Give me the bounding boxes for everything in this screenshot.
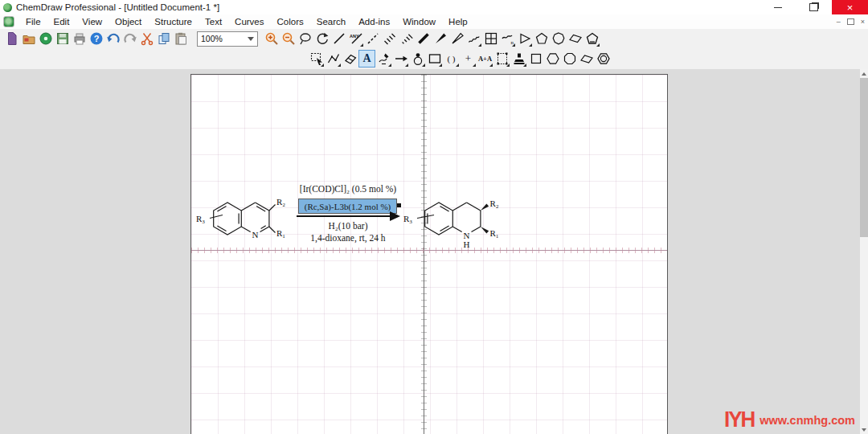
reaction-arrow-line[interactable] [297,215,391,217]
wedge-bond-icon[interactable] [432,31,448,47]
lasso-select-icon[interactable] [297,31,313,47]
brackets-icon[interactable]: ( ) [443,51,460,68]
copy-icon[interactable] [155,31,172,47]
menu-view[interactable]: View [76,17,108,27]
restore-icon [809,3,818,11]
scroll-up-icon[interactable] [860,69,868,78]
reaction-arrow-head [390,211,400,221]
acyclic-chain-icon[interactable] [516,31,533,47]
share-cd-icon[interactable] [37,31,54,47]
redo-icon[interactable] [121,31,138,47]
zoom-out-icon[interactable] [280,31,297,47]
scroll-down-icon[interactable] [860,425,868,434]
close-button[interactable]: × [832,0,868,14]
mdi-restore-button[interactable] [847,18,854,25]
minimize-button[interactable] [760,0,796,14]
undo-icon[interactable] [104,31,121,47]
ligand-text-selected[interactable]: (Rc,Sa)-L3b(1.2 mol %) [298,199,397,214]
solid-bond-icon[interactable] [330,31,347,47]
plus-icon[interactable]: + [460,51,477,68]
catalyst-text[interactable]: [Ir(COD)Cl]₂ (0.5 mol %) [284,184,412,194]
menu-object[interactable]: Object [108,17,148,27]
window-controls: × [760,0,868,14]
reaction-map-icon[interactable]: A+A [477,51,493,68]
menu-edit[interactable]: Edit [47,17,76,27]
save-icon[interactable] [54,31,71,47]
chair-cyclohexane-2-icon[interactable] [578,51,595,68]
svg-text:R₃: R₃ [403,214,412,223]
cyclohexane-ring-icon[interactable] [544,51,561,68]
mdi-close-button[interactable]: × [861,15,865,28]
help-icon[interactable]: ? [88,31,104,47]
marquee-select-icon[interactable] [308,51,325,68]
benzene-ring-icon[interactable] [595,51,612,68]
hashed-bond-icon[interactable] [381,31,398,47]
svg-text:R₂: R₂ [490,199,499,208]
svg-text:R₁: R₁ [490,228,499,238]
chair-cyclohexane-icon[interactable] [567,31,583,47]
svg-text:N: N [252,230,259,240]
svg-text:ANY: ANY [350,34,359,39]
template-stamp-icon[interactable] [510,51,527,68]
cyclooctane-ring-icon[interactable] [561,51,578,68]
vertical-scrollbar[interactable] [860,69,868,434]
product-tetrahydroquinoline-structure[interactable]: N H R₂ R₁ R₃ [402,184,503,252]
scrollbar-thumb[interactable] [860,78,868,237]
bold-bond-icon[interactable] [415,31,432,47]
hashed-wedge-bond-icon[interactable] [398,31,415,47]
eraser-icon[interactable] [342,51,358,68]
new-document-icon[interactable] [3,31,20,47]
pen-icon[interactable] [375,51,392,68]
multiple-bonds-icon[interactable] [325,51,342,68]
rectangle-icon[interactable] [426,51,443,68]
cycloheptane-ring-icon[interactable] [550,31,567,47]
reaction-map-label: A+A [478,55,492,63]
document-page[interactable]: N R₂ R₁ R₃ [Ir(COD)Cl]₂ (0.5 mol %) (Rc,… [190,74,668,434]
minimize-icon [774,7,782,8]
dashed-bond-icon[interactable] [364,31,381,47]
svg-text:H: H [464,240,470,249]
cyclobutane-ring-icon[interactable] [527,51,544,68]
zoom-level-dropdown[interactable]: 100% [197,31,258,47]
drawing-tools-group: A ( ) + A+A [308,48,612,69]
menu-bar: File Edit View Object Structure Text Cur… [0,14,868,30]
menu-search[interactable]: Search [310,17,352,27]
orbital-icon[interactable] [409,51,426,68]
menu-help[interactable]: Help [442,17,474,27]
menu-curves[interactable]: Curves [228,17,270,27]
wavy-bond-icon[interactable] [465,31,482,47]
hollow-wedge-bond-icon[interactable] [448,31,465,47]
menu-text[interactable]: Text [199,17,228,27]
svg-text:N: N [464,231,470,240]
selection-handle[interactable] [397,203,401,207]
secondary-toolbar: R A ( ) + A+A [0,48,868,70]
open-icon[interactable] [20,31,37,47]
mdi-window-controls: – × [837,15,865,28]
hydrogen-condition-text[interactable]: H₂(10 bar) [284,221,412,231]
menu-addins[interactable]: Add-ins [352,17,396,27]
zoom-level-value: 100% [198,34,248,43]
reaction-arrow-icon[interactable] [392,51,409,68]
cyclopentadiene-ring-icon[interactable] [583,31,600,47]
menu-structure[interactable]: Structure [148,17,199,27]
print-icon[interactable] [71,31,88,47]
polymer-bead-icon[interactable]: n [499,31,516,47]
menu-window[interactable]: Window [396,17,442,27]
text-tool-icon[interactable]: A [358,51,375,68]
svg-text:R₂: R₂ [276,197,285,207]
watermark-site-url: www.cnmhg.com [760,414,855,427]
reactant-quinoline-structure[interactable]: N R₂ R₁ R₃ [194,186,291,252]
menu-file[interactable]: File [19,17,47,27]
zoom-in-icon[interactable] [263,31,280,47]
mdi-minimize-button[interactable]: – [837,15,841,28]
cut-icon[interactable] [138,31,155,47]
restore-button[interactable] [796,0,832,14]
cyclopentane-ring-icon[interactable] [533,31,550,47]
any-bond-icon[interactable]: ANY [347,31,364,47]
menu-colors[interactable]: Colors [271,17,310,27]
rotate-icon[interactable] [313,31,330,47]
solvent-condition-text[interactable]: 1,4-dioxane, rt, 24 h [284,233,412,243]
bracket-table-icon[interactable] [493,51,510,68]
table-icon[interactable] [482,31,499,47]
paste-icon[interactable] [172,31,189,47]
